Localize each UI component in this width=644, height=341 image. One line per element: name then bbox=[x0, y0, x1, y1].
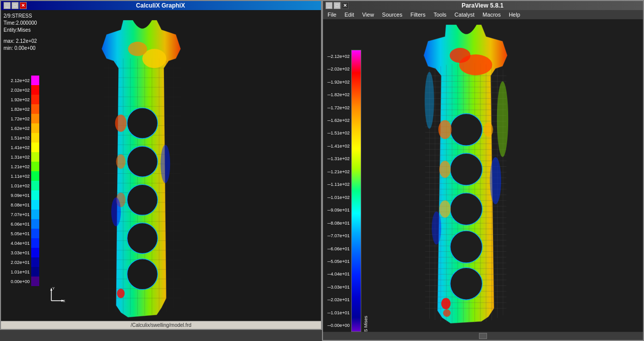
svg-point-124 bbox=[443, 309, 451, 317]
legend-label: 1.21e+02 bbox=[4, 164, 30, 169]
legend-row: 1.11e+02 bbox=[4, 171, 39, 181]
svg-point-120 bbox=[439, 200, 451, 218]
legend-label: 2.02e+01 bbox=[4, 260, 30, 265]
legend-label: 2.12e+02 bbox=[4, 78, 30, 83]
menu-item-help[interactable]: Help bbox=[507, 11, 522, 18]
legend-label: 6.06e+01 bbox=[4, 222, 30, 227]
legend-label: 3.03e+01 bbox=[4, 250, 30, 255]
legend-color-box bbox=[31, 181, 39, 190]
legend-color-box bbox=[31, 200, 39, 210]
calc-info-line2: Time:2.000000 bbox=[4, 20, 37, 27]
svg-point-121 bbox=[490, 157, 502, 204]
legend-row: 1.21e+02 bbox=[4, 162, 39, 171]
calc-info-max: max: 2.12e+02 bbox=[4, 38, 37, 45]
calc-info-line3: Entity:Mises bbox=[4, 27, 37, 34]
svg-point-118 bbox=[484, 122, 493, 137]
legend-color-box bbox=[31, 162, 39, 171]
colorbar-tick: ─1.92e+02 bbox=[328, 76, 350, 88]
legend-label: 9.09e+01 bbox=[4, 193, 30, 198]
menu-item-sources[interactable]: Sources bbox=[380, 11, 404, 18]
legend-color-box bbox=[31, 248, 39, 257]
colorbar-tick: ─1.82e+02 bbox=[328, 88, 350, 101]
legend-color-box bbox=[31, 143, 39, 152]
svg-point-46 bbox=[115, 114, 127, 131]
legend-row: 9.09e+01 bbox=[4, 190, 39, 200]
calculix-info: 2/9:STRESS Time:2.000000 Entity:Mises ma… bbox=[4, 13, 37, 52]
menu-item-edit[interactable]: Edit bbox=[343, 11, 356, 18]
calculix-minimize-btn[interactable]: _ bbox=[4, 2, 11, 9]
svg-point-116 bbox=[450, 48, 470, 63]
svg-point-52 bbox=[111, 197, 121, 226]
svg-point-111 bbox=[450, 153, 482, 185]
legend-color-box bbox=[31, 123, 39, 133]
legend-label: 1.72e+02 bbox=[4, 116, 30, 121]
paraview-window: _ □ ✕ ParaView 5.8.1 FileEditViewSources… bbox=[322, 0, 644, 341]
legend-label: 4.04e+01 bbox=[4, 241, 30, 246]
colorbar-tick: ─1.31e+02 bbox=[328, 153, 350, 165]
legend-row: 2.12e+02 bbox=[4, 76, 39, 85]
colorbar-axis-label: S Mises bbox=[363, 50, 368, 332]
calculix-window: _ □ ✕ CalculiX GraphiX 2/9:STRESS Time:2… bbox=[0, 0, 322, 330]
svg-point-42 bbox=[127, 146, 158, 177]
paraview-footer-button[interactable] bbox=[479, 333, 487, 339]
legend-label: 8.08e+01 bbox=[4, 202, 30, 208]
legend-row: 4.04e+01 bbox=[4, 238, 39, 248]
calculix-maximize-btn[interactable]: □ bbox=[12, 2, 19, 9]
svg-point-47 bbox=[116, 154, 126, 169]
colorbar-tick: ─2.02e+01 bbox=[328, 294, 350, 306]
svg-point-114 bbox=[450, 267, 482, 300]
legend-label: 2.02e+02 bbox=[4, 88, 30, 93]
svg-point-123 bbox=[441, 298, 451, 309]
svg-point-45 bbox=[127, 259, 158, 290]
menu-item-tools[interactable]: Tools bbox=[432, 11, 449, 18]
paraview-footer bbox=[323, 331, 643, 340]
calculix-title: CalculiX GraphiX bbox=[27, 2, 294, 9]
legend-label: 1.01e+01 bbox=[4, 269, 30, 275]
menu-item-view[interactable]: View bbox=[360, 11, 376, 18]
legend-label: 1.01e+02 bbox=[4, 183, 30, 188]
legend-label: 7.07e+01 bbox=[4, 212, 30, 217]
paraview-menubar: FileEditViewSourcesFiltersToolsCatalystM… bbox=[323, 10, 643, 20]
calculix-model bbox=[41, 20, 263, 317]
menu-item-file[interactable]: File bbox=[326, 11, 339, 18]
calculix-close-btn[interactable]: ✕ bbox=[20, 2, 27, 9]
svg-point-119 bbox=[439, 161, 451, 178]
paraview-viewport[interactable] bbox=[323, 20, 643, 331]
paraview-titlebar: _ □ ✕ ParaView 5.8.1 bbox=[323, 1, 643, 10]
paraview-close-btn[interactable]: ✕ bbox=[342, 2, 349, 9]
calculix-legend: 2.12e+022.02e+021.92e+021.82e+021.72e+02… bbox=[4, 76, 39, 286]
colorbar-tick: ─1.01e+02 bbox=[328, 191, 350, 203]
calculix-viewport[interactable] bbox=[1, 10, 321, 321]
colorbar-tick: ─5.05e+01 bbox=[328, 255, 350, 267]
menu-item-catalyst[interactable]: Catalyst bbox=[452, 11, 476, 18]
legend-row: 1.51e+02 bbox=[4, 133, 39, 143]
colorbar-tick: ─7.07e+01 bbox=[328, 229, 350, 242]
colorbar-tick: ─2.02e+02 bbox=[328, 62, 350, 75]
menu-item-filters[interactable]: Filters bbox=[409, 11, 428, 18]
menu-item-macros[interactable]: Macros bbox=[480, 11, 503, 18]
legend-label: 5.05e+01 bbox=[4, 231, 30, 236]
colorbar-tick: ─4.04e+01 bbox=[328, 268, 350, 281]
svg-point-41 bbox=[127, 108, 158, 139]
legend-row: 2.02e+02 bbox=[4, 85, 39, 95]
paraview-maximize-btn[interactable]: □ bbox=[334, 2, 341, 9]
legend-row: 3.03e+01 bbox=[4, 248, 39, 257]
colorbar-tick: ─1.62e+02 bbox=[328, 114, 350, 126]
legend-label: 1.31e+02 bbox=[4, 155, 30, 160]
legend-row: 1.92e+02 bbox=[4, 95, 39, 104]
calc-info-min: min: 0.00e+00 bbox=[4, 45, 37, 52]
paraview-model bbox=[373, 25, 585, 332]
legend-row: 1.01e+01 bbox=[4, 267, 39, 277]
svg-point-112 bbox=[450, 193, 482, 225]
svg-point-110 bbox=[450, 113, 482, 146]
colorbar-tick: ─1.51e+02 bbox=[328, 127, 350, 140]
legend-color-box bbox=[31, 171, 39, 181]
legend-color-box bbox=[31, 190, 39, 200]
colorbar-tick: ─1.21e+02 bbox=[328, 165, 350, 178]
svg-point-50 bbox=[128, 42, 147, 56]
paraview-minimize-btn[interactable]: _ bbox=[326, 2, 333, 9]
legend-row: 5.05e+01 bbox=[4, 229, 39, 238]
calculix-titlebar: _ □ ✕ CalculiX GraphiX bbox=[1, 1, 321, 10]
legend-row: 1.01e+02 bbox=[4, 181, 39, 190]
calculix-axis: X Y bbox=[46, 286, 66, 306]
